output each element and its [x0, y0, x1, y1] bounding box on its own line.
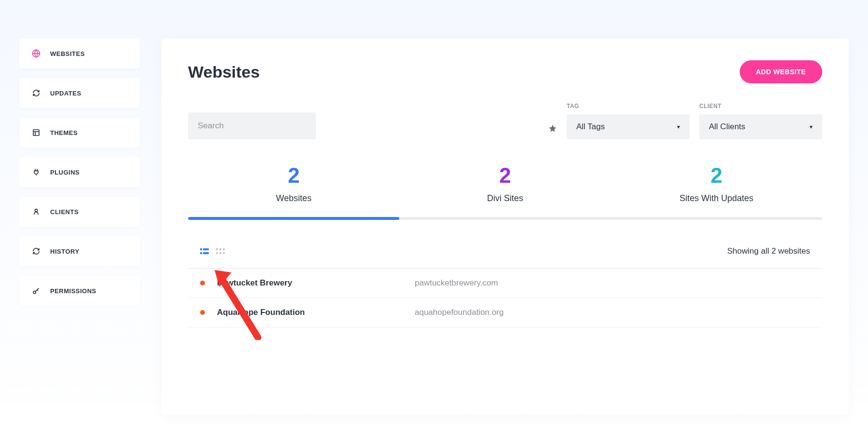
svg-rect-7: [200, 248, 202, 250]
filter-row: TAG All Tags ▾ CLIENT All Clients ▾: [188, 103, 822, 139]
sidebar-item-clients[interactable]: CLIENTS: [19, 197, 140, 227]
add-website-button[interactable]: ADD WEBSITE: [740, 60, 823, 83]
stat-websites-value: 2: [188, 163, 399, 188]
stats-progress-bar: [188, 217, 822, 220]
svg-rect-2: [33, 130, 39, 136]
layout-icon: [32, 128, 41, 137]
sidebar-item-label: CLIENTS: [50, 208, 79, 216]
key-icon: [32, 286, 41, 295]
stat-updates[interactable]: 2 Sites With Updates: [611, 163, 822, 217]
client-filter-group: CLIENT All Clients ▾: [699, 103, 822, 139]
client-select[interactable]: All Clients ▾: [699, 114, 822, 139]
sidebar-item-label: PLUGINS: [50, 169, 80, 176]
tag-filter-label: TAG: [567, 103, 690, 109]
client-filter-label: CLIENT: [699, 103, 822, 109]
client-select-value: All Clients: [709, 122, 746, 132]
view-toggles: [200, 248, 225, 254]
stat-websites[interactable]: 2 Websites: [188, 163, 399, 217]
sidebar-item-label: THEMES: [50, 129, 78, 136]
grid-icon: [216, 248, 225, 254]
refresh-icon: [32, 247, 41, 256]
sidebar-item-permissions[interactable]: PERMISSIONS: [19, 276, 140, 306]
stats-progress-fill: [188, 217, 399, 220]
svg-rect-16: [223, 252, 225, 254]
globe-icon: [32, 49, 41, 58]
svg-rect-11: [216, 248, 218, 250]
sidebar-item-plugins[interactable]: PLUGINS: [19, 157, 140, 187]
stat-updates-value: 2: [611, 163, 822, 188]
refresh-icon: [32, 89, 41, 97]
svg-rect-9: [200, 252, 202, 254]
svg-point-6: [33, 291, 36, 294]
showing-count: Showing all 2 websites: [727, 246, 810, 256]
header-row: Websites ADD WEBSITE: [188, 60, 822, 83]
svg-rect-8: [203, 248, 209, 250]
chevron-down-icon: ▾: [677, 123, 680, 130]
search-input[interactable]: [188, 112, 316, 139]
stat-updates-label: Sites With Updates: [611, 193, 822, 203]
chevron-down-icon: ▾: [810, 123, 813, 130]
stat-divi-label: Divi Sites: [399, 193, 610, 203]
star-icon: [548, 124, 557, 133]
website-url: aquahopefoundation.org: [415, 308, 503, 317]
svg-rect-15: [219, 252, 221, 254]
list-header: Showing all 2 websites: [188, 246, 822, 256]
status-dot-icon: [200, 281, 205, 285]
svg-rect-10: [203, 252, 209, 254]
sidebar-item-history[interactable]: HISTORY: [19, 236, 140, 266]
sidebar-item-updates[interactable]: UPDATES: [19, 78, 140, 108]
stat-websites-label: Websites: [188, 193, 399, 203]
tag-filter-group: TAG All Tags ▾: [567, 103, 690, 139]
stat-divi-value: 2: [399, 163, 610, 188]
list-icon: [200, 248, 209, 254]
website-url: pawtucketbrewery.com: [415, 278, 498, 288]
stat-divi-sites[interactable]: 2 Divi Sites: [399, 163, 610, 217]
user-icon: [32, 207, 41, 216]
stats-row: 2 Websites 2 Divi Sites 2 Sites With Upd…: [188, 163, 822, 217]
svg-rect-13: [223, 248, 225, 250]
website-row[interactable]: AquaHope Foundation aquahopefoundation.o…: [188, 298, 822, 327]
svg-rect-12: [219, 248, 221, 250]
svg-point-5: [35, 209, 37, 212]
website-name: Pawtucket Brewery: [217, 278, 415, 288]
main-content: Websites ADD WEBSITE TAG All Tags ▾ CLIE…: [162, 39, 849, 415]
svg-rect-14: [216, 252, 218, 254]
tag-select[interactable]: All Tags ▾: [567, 114, 690, 139]
plug-icon: [32, 168, 41, 176]
status-dot-icon: [200, 310, 205, 315]
grid-view-toggle[interactable]: [216, 248, 225, 254]
website-name: AquaHope Foundation: [217, 308, 415, 317]
sidebar-item-label: WEBSITES: [50, 50, 85, 57]
sidebar-item-label: HISTORY: [50, 248, 80, 255]
star-filter[interactable]: [548, 124, 557, 139]
list-view-toggle[interactable]: [200, 248, 209, 254]
sidebar-item-label: PERMISSIONS: [50, 287, 96, 295]
tag-select-value: All Tags: [576, 122, 605, 132]
sidebar: WEBSITES UPDATES THEMES PLUGINS CLIENTS …: [19, 39, 140, 415]
sidebar-item-label: UPDATES: [50, 90, 81, 97]
sidebar-item-websites[interactable]: WEBSITES: [19, 39, 140, 68]
website-row[interactable]: Pawtucket Brewery pawtucketbrewery.com: [188, 269, 822, 298]
page-title: Websites: [188, 63, 260, 81]
sidebar-item-themes[interactable]: THEMES: [19, 118, 140, 148]
